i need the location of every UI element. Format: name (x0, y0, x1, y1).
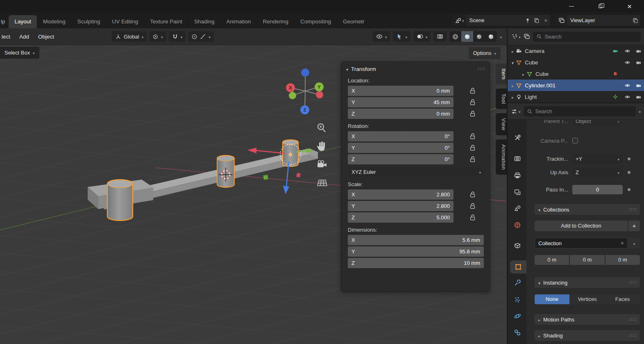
scale-z-field[interactable]: Z 5.000 (348, 212, 454, 223)
disable-in-render-icon[interactable] (635, 59, 642, 66)
scene-browse-button[interactable] (452, 15, 466, 26)
lock-icon[interactable] (470, 156, 475, 162)
collections-section-header[interactable]: Collections (535, 204, 640, 215)
display-mode-icon[interactable] (524, 33, 530, 40)
decorator-dot[interactable] (628, 157, 630, 160)
new-scene-button[interactable] (532, 18, 541, 23)
remove-collection-icon[interactable] (621, 240, 624, 246)
filter-dropdown[interactable] (639, 108, 641, 114)
active-tool-button[interactable]: Select Box (0, 47, 39, 59)
menu-overflow-text[interactable]: lp (0, 15, 9, 28)
drag-grip[interactable] (629, 208, 636, 211)
sidebar-tab-item[interactable]: Item (496, 64, 507, 84)
shading-wireframe-button[interactable] (449, 31, 461, 42)
rotation-z-field[interactable]: Z 0° (348, 154, 454, 164)
tab-shading[interactable]: Shading (188, 15, 220, 28)
camera-parent-checkbox[interactable] (572, 138, 578, 144)
tab-animation[interactable]: Animation (220, 15, 257, 28)
transform-panel-header[interactable]: Transform (341, 64, 490, 75)
new-collection-button[interactable]: + (628, 221, 640, 231)
tab-texture-paint[interactable]: Texture Paint (144, 15, 188, 28)
parent-type-dropdown[interactable]: Object (572, 120, 623, 126)
shading-section-header[interactable]: Shading (535, 330, 640, 341)
tab-modifier-properties[interactable] (510, 277, 524, 290)
view-layer-name[interactable]: ViewLayer (567, 17, 631, 23)
location-z-field[interactable]: Z 0 mm (348, 109, 454, 119)
new-view-layer-button[interactable] (631, 18, 640, 23)
rotation-y-field[interactable]: Y 0° (348, 143, 454, 153)
magnet-icon[interactable] (172, 34, 178, 40)
tab-rendering[interactable]: Rendering (257, 15, 294, 28)
lock-icon[interactable] (470, 111, 475, 117)
scene-name[interactable]: Scene (466, 17, 523, 23)
pin-button[interactable] (523, 18, 532, 23)
hide-in-viewport-icon[interactable] (624, 82, 630, 89)
rotation-mode-dropdown[interactable]: XYZ Euler (348, 167, 485, 177)
lock-icon[interactable] (470, 145, 475, 151)
instancing-section-header[interactable]: Instancing (535, 277, 640, 288)
proportional-edit-icon[interactable] (191, 34, 197, 40)
tab-uv-editing[interactable]: UV Editing (106, 15, 144, 28)
rotation-x-field[interactable]: X 0° (348, 131, 454, 141)
lock-icon[interactable] (470, 203, 475, 209)
sidebar-tab-view[interactable]: View (496, 113, 507, 135)
collection-name-field[interactable]: Collection (535, 238, 628, 248)
shading-material-button[interactable] (473, 31, 485, 42)
expand-icon[interactable] (512, 94, 514, 100)
pivot-point-dropdown[interactable] (149, 31, 166, 42)
editor-type-button[interactable] (511, 108, 521, 115)
lock-icon[interactable] (470, 191, 475, 198)
collapse-icon[interactable] (512, 59, 514, 66)
offset-y-field[interactable]: 0 m (570, 255, 604, 265)
tab-sculpting[interactable]: Sculpting (71, 15, 106, 28)
lock-icon[interactable] (470, 214, 475, 221)
offset-z-field[interactable]: 0 m (605, 255, 640, 265)
shading-rendered-button[interactable] (485, 31, 497, 42)
tab-layout[interactable]: Layout (9, 15, 37, 28)
motion-paths-section-header[interactable]: Motion Paths (535, 314, 640, 325)
up-axis-dropdown[interactable]: Z (572, 168, 623, 177)
lock-icon[interactable] (470, 99, 475, 105)
expand-icon[interactable] (522, 71, 524, 77)
xray-toggle[interactable] (433, 31, 447, 42)
collection-specials-button[interactable] (628, 238, 640, 248)
instancing-faces-button[interactable]: Faces (605, 294, 640, 304)
drag-grip[interactable] (629, 318, 636, 321)
outliner-row-cube[interactable]: Cube (508, 57, 644, 68)
tab-object-properties[interactable] (510, 260, 526, 273)
hide-in-viewport-icon[interactable] (624, 48, 630, 54)
overlays-dropdown[interactable] (413, 31, 431, 42)
offset-x-field[interactable]: 0 m (535, 255, 569, 265)
zoom-button[interactable] (318, 124, 325, 132)
tab-world-properties[interactable] (510, 219, 524, 232)
camera-view-button[interactable] (317, 161, 327, 167)
tab-scene-properties[interactable] (510, 202, 524, 215)
sidebar-tab-animation[interactable]: Animation (496, 139, 507, 175)
hide-in-viewport-icon[interactable] (624, 59, 630, 66)
dimensions-y-field[interactable]: Y 95.6 mm (348, 246, 484, 257)
nav-axis-z-neg[interactable] (301, 68, 309, 77)
decorator-dot[interactable] (628, 188, 630, 191)
hide-in-viewport-icon[interactable] (624, 94, 630, 100)
dimensions-z-field[interactable]: Z 10 mm (348, 258, 484, 268)
disable-in-render-icon[interactable] (635, 48, 642, 54)
options-button[interactable]: Options (469, 47, 501, 59)
transform-orientation-dropdown[interactable]: Global (112, 31, 147, 42)
instancing-vertices-button[interactable]: Vertices (570, 294, 605, 304)
unlink-scene-button[interactable] (541, 17, 550, 24)
dimensions-x-field[interactable]: X 5.6 mm (348, 235, 484, 245)
tab-geometry-nodes[interactable]: Geometr (337, 15, 370, 28)
outliner-row-camera[interactable]: Camera (508, 45, 644, 57)
disable-in-render-icon[interactable] (635, 94, 642, 100)
snap-dropdown[interactable] (181, 34, 183, 40)
pass-index-field[interactable]: 0 (572, 185, 623, 194)
properties-search-input[interactable]: Search (524, 106, 636, 116)
tab-compositing[interactable]: Compositing (294, 15, 337, 28)
ortho-grid-button[interactable] (317, 180, 327, 186)
nav-axis-x-neg[interactable] (316, 91, 323, 98)
location-y-field[interactable]: Y 45 mm (348, 97, 454, 107)
tab-output-properties[interactable] (510, 169, 524, 182)
minimize-button[interactable] (557, 0, 586, 12)
menu-add[interactable]: Add (15, 34, 34, 40)
tracking-axis-dropdown[interactable]: +Y (572, 154, 623, 164)
